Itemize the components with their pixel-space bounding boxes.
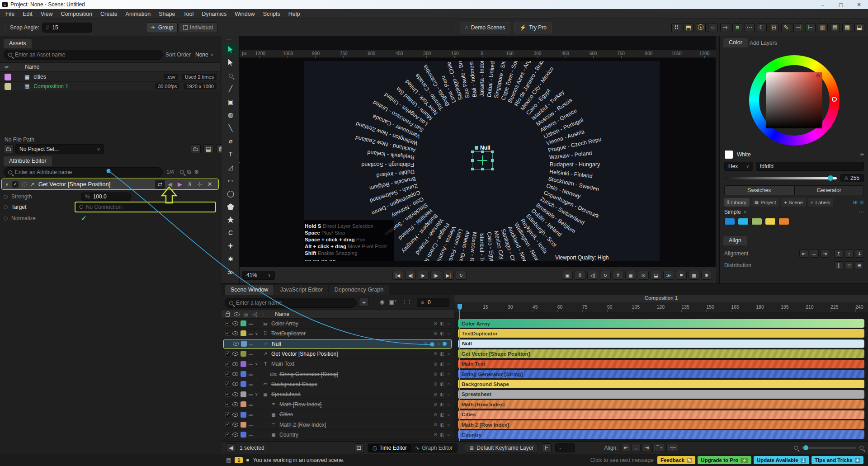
keyframe-dot[interactable] xyxy=(4,195,8,199)
selection-handle[interactable] xyxy=(491,168,494,170)
timeline-bar[interactable]: Get Vector [Shape Position] xyxy=(458,349,864,358)
align-center-icon[interactable]: ⊢ xyxy=(806,23,816,32)
color-swatch[interactable] xyxy=(765,218,776,225)
align-stack-icon[interactable]: ≡ xyxy=(732,23,742,32)
folder-icon[interactable]: 🗀 xyxy=(191,144,201,153)
layer-checkbox[interactable]: ✓ xyxy=(225,331,230,336)
layer-row[interactable]: ✓▬∨⠿TextDuplicator⊘◧○ xyxy=(222,329,454,339)
star-tool[interactable] xyxy=(223,214,238,226)
disable-icon[interactable]: ⊘ xyxy=(434,321,437,326)
timeline-zoom-slider[interactable] xyxy=(802,447,856,449)
layer-color-chip[interactable] xyxy=(241,371,246,377)
color-mode-select[interactable]: Hex∨ xyxy=(724,162,753,171)
timeline-bar[interactable]: Spreatsheet xyxy=(458,390,864,399)
render-toggle-icon[interactable]: ▬ xyxy=(249,402,253,407)
layer-color-chip[interactable] xyxy=(241,320,246,326)
hex-input[interactable]: fdfdfd xyxy=(756,162,864,171)
grid-icon[interactable]: # xyxy=(613,271,623,280)
layer-checkbox[interactable]: ✓ xyxy=(225,412,230,417)
layer-color-chip[interactable] xyxy=(241,330,246,336)
grid-dots-icon[interactable]: ⠿ xyxy=(671,23,681,32)
menu-dynamics[interactable]: Dynamics xyxy=(198,10,230,18)
distribution-icon-1[interactable]: ≣ xyxy=(844,261,854,269)
tab-assets[interactable]: Assets xyxy=(4,39,32,48)
tab-attribute-editor[interactable]: Attribute Editor xyxy=(4,156,52,166)
dashed-arrow-icon[interactable]: ⇢ xyxy=(720,23,730,32)
zoom-level-select[interactable]: 41%∨ xyxy=(242,271,275,280)
layer-checkbox[interactable]: ✓ xyxy=(225,372,230,377)
keyframe-icon[interactable]: ◧ xyxy=(440,372,444,377)
next-message-link[interactable]: Click to see next message xyxy=(590,457,654,463)
settings-icon[interactable]: ✱ xyxy=(701,271,712,280)
menu-view[interactable]: View xyxy=(37,10,57,18)
toolbar-grip[interactable]: ⋮ xyxy=(3,24,7,30)
selection-handle[interactable] xyxy=(491,159,494,162)
layer-row[interactable]: ▬⁘Null⊘◧○ xyxy=(223,339,452,349)
disable-icon[interactable]: ⊘ xyxy=(434,351,437,356)
monitor-icon[interactable]: ⬓ xyxy=(651,271,661,280)
timeline-bar[interactable]: String Generator [String] xyxy=(458,370,864,378)
strength-input[interactable]: % 100.0 xyxy=(81,193,131,201)
expander-icon[interactable]: ∨ xyxy=(255,331,259,336)
menu-edit[interactable]: Edit xyxy=(19,10,36,18)
distribution-icon-0[interactable]: ∥ xyxy=(834,261,843,269)
direct-select-tool[interactable] xyxy=(223,56,238,68)
current-color-swatch[interactable] xyxy=(724,150,733,159)
columns-icon[interactable]: ▥ xyxy=(818,23,828,32)
chevron-down-icon[interactable]: ∨ xyxy=(5,182,9,187)
eye-icon[interactable] xyxy=(232,433,238,437)
frame-ruler[interactable]: 0153045607590105120135150165180195210225… xyxy=(454,302,868,312)
tab-align[interactable]: Align xyxy=(723,236,747,245)
more-icon[interactable]: ⋯ xyxy=(859,209,864,215)
layer-color-chip[interactable] xyxy=(241,351,246,357)
selection-box[interactable] xyxy=(472,151,493,169)
solo-filter-icon[interactable]: ◉ xyxy=(380,299,384,305)
checker-icon[interactable]: ▩ xyxy=(689,271,699,280)
disable-icon[interactable]: ⊘ xyxy=(434,331,437,336)
target-icon[interactable]: ⊹ xyxy=(195,180,205,189)
disable-icon[interactable]: ⊘ xyxy=(434,372,437,377)
eye-icon[interactable] xyxy=(232,392,238,396)
demo-scenes-button[interactable]: ∴ Demo Scenes xyxy=(460,22,510,33)
zoom-in-icon[interactable] xyxy=(859,446,863,450)
keyframe-icon[interactable]: ◧ xyxy=(440,331,444,336)
rows-icon[interactable]: ▤ xyxy=(830,23,840,32)
expander-icon[interactable]: ∨ xyxy=(255,362,259,366)
sv-marker[interactable] xyxy=(816,74,820,77)
line-tool[interactable]: ╱ xyxy=(223,83,238,94)
menu-scripts[interactable]: Scripts xyxy=(259,10,284,18)
render-toggle-icon[interactable]: ▬ xyxy=(249,321,253,326)
timeline-bar[interactable]: TextDuplicator xyxy=(458,329,864,338)
measure-tool[interactable]: ⌀ xyxy=(223,135,238,147)
loop-icon[interactable]: ○ xyxy=(447,351,450,356)
render-toggle-icon[interactable]: ▬ xyxy=(249,362,253,366)
sliders-icon[interactable]: ⇄ xyxy=(155,180,165,189)
render-toggle-icon[interactable]: ▬ xyxy=(249,331,253,336)
layer-color-chip[interactable] xyxy=(241,361,246,367)
zoom-out-icon[interactable] xyxy=(794,446,798,450)
alpha-knob[interactable] xyxy=(828,175,833,181)
slider-knob[interactable] xyxy=(803,445,808,450)
render-toggle-icon[interactable]: ▬ xyxy=(249,352,253,356)
eye-icon[interactable] xyxy=(232,372,238,376)
color-swatch[interactable] xyxy=(751,218,762,225)
current-frame-field[interactable]: ≡0 xyxy=(417,298,449,307)
pentagon-tool[interactable] xyxy=(223,201,238,212)
snapshot-icon[interactable]: ⊡ xyxy=(638,271,649,280)
frame-count[interactable]: 0 xyxy=(575,271,585,280)
layer-row[interactable]: ✓▬▭Background Shape⊘◧○ xyxy=(222,379,454,389)
text-tool[interactable]: T xyxy=(223,148,238,160)
layer-row[interactable]: ✓▬↗Get Vector [Shape Position]⊘◧○ xyxy=(222,349,454,359)
layer-row[interactable]: ✓▬=Math 2 [Row Index]⊘◧○ xyxy=(222,420,454,430)
keyframe-icon[interactable]: ◧ xyxy=(440,351,444,356)
asset-color-chip[interactable] xyxy=(5,83,11,90)
eye-icon[interactable] xyxy=(232,382,238,386)
enabled-checkbox[interactable]: ✓ xyxy=(12,181,19,188)
layer-checkbox[interactable]: ✓ xyxy=(225,422,230,427)
feedback-button[interactable]: Feedback✎ xyxy=(657,456,695,464)
timeline-bar[interactable]: Main Text xyxy=(458,360,864,368)
hue-marker[interactable] xyxy=(832,97,837,102)
menu-tool[interactable]: Tool xyxy=(179,10,197,18)
close-button[interactable]: ✕ xyxy=(850,2,868,8)
collapse-icon[interactable]: ◀ xyxy=(226,443,236,452)
